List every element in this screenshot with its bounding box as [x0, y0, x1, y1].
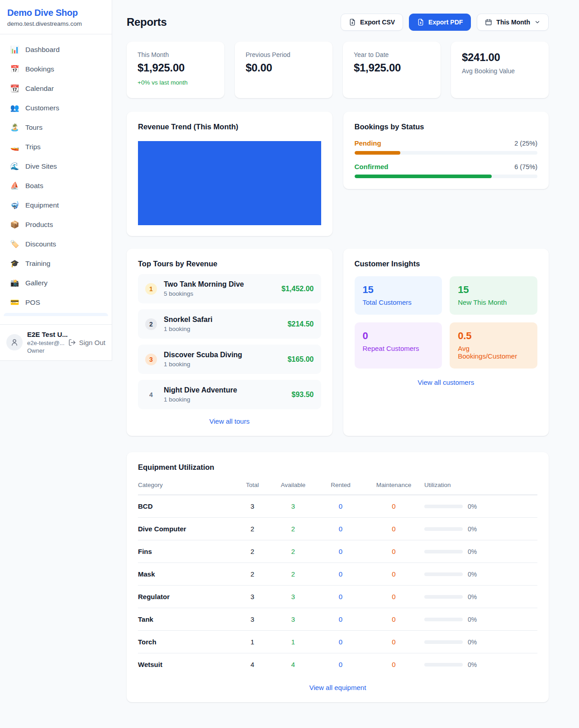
sidebar-header: Demo Dive Shop demo.test.divestreams.com	[0, 0, 112, 34]
stat-value: $0.00	[246, 61, 322, 74]
equipment-table-header: Category Total Available Rented Maintena…	[138, 479, 537, 495]
col-header-available: Available	[268, 482, 318, 488]
cell-rented: 0	[318, 548, 363, 555]
tour-name: Two Tank Morning Dive	[164, 280, 244, 288]
avatar	[6, 334, 23, 350]
view-all-equipment-link[interactable]: View all equipment	[138, 684, 537, 691]
sidebar-item-products[interactable]: 📦Products	[4, 215, 108, 234]
status-count: 2 (25%)	[514, 140, 537, 147]
cell-available: 3	[268, 502, 318, 510]
sidebar-item-boats[interactable]: ⛵Boats	[4, 176, 108, 195]
sidebar-item-label: Equipment	[25, 201, 59, 209]
utilization-track	[424, 618, 463, 621]
cell-category: BCD	[138, 502, 237, 510]
rank-badge: 2	[145, 318, 157, 330]
sidebar-item-dive-sites[interactable]: 🌊Dive Sites	[4, 156, 108, 176]
sign-out-button[interactable]: Sign Out	[68, 339, 105, 346]
status-label-confirmed: Confirmed	[355, 163, 389, 170]
cell-available: 4	[268, 661, 318, 668]
cell-available: 3	[268, 615, 318, 623]
utilization-pct: 0%	[468, 503, 477, 510]
sidebar-item-label: Calendar	[25, 85, 54, 93]
sidebar-item-pos[interactable]: 💳POS	[4, 293, 108, 312]
tile-label: New This Month	[458, 298, 529, 306]
sidebar-item-label: POS	[25, 298, 40, 307]
cell-maintenance: 0	[363, 570, 424, 578]
sidebar-item-trips[interactable]: 🚤Trips	[4, 137, 108, 156]
sailboat-icon: ⛵	[10, 181, 19, 190]
export-csv-button[interactable]: Export CSV	[341, 14, 403, 31]
package-icon: 📦	[10, 220, 19, 229]
table-row: Fins 2 2 0 0 0%	[138, 540, 537, 563]
sidebar-nav: 📊Dashboard 📅Bookings 📆Calendar 👥Customer…	[0, 34, 112, 312]
col-header-total: Total	[237, 482, 268, 488]
sidebar-item-equipment[interactable]: 🤿Equipment	[4, 195, 108, 215]
cell-category: Mask	[138, 570, 237, 578]
cell-utilization: 0%	[424, 616, 537, 623]
sidebar-item-calendar[interactable]: 📆Calendar	[4, 79, 108, 98]
tour-row: 2 Snorkel Safari 1 booking $214.50	[138, 309, 321, 339]
utilization-pct: 0%	[468, 571, 477, 578]
table-row: Mask 2 2 0 0 0%	[138, 563, 537, 586]
status-row: Pending 2 (25%)	[355, 139, 538, 147]
cell-utilization: 0%	[424, 571, 537, 578]
revenue-trend-chart	[138, 141, 321, 225]
cell-total: 4	[237, 661, 268, 668]
stat-label: This Month	[138, 51, 214, 58]
sidebar-item-discounts[interactable]: 🏷️Discounts	[4, 234, 108, 254]
cell-maintenance: 0	[363, 638, 424, 646]
export-pdf-button[interactable]: Export PDF	[409, 14, 471, 31]
tag-icon: 🏷️	[10, 240, 19, 248]
stat-card-year-to-date: Year to Date $1,925.00	[343, 42, 441, 98]
tour-revenue: $93.50	[292, 391, 314, 399]
period-label: This Month	[496, 19, 530, 26]
export-csv-label: Export CSV	[360, 19, 395, 26]
rank-badge: 3	[145, 354, 157, 365]
log-out-icon	[68, 339, 76, 346]
utilization-track	[424, 527, 463, 531]
top-tours-card: Top Tours by Revenue 1 Two Tank Morning …	[127, 249, 332, 436]
cell-total: 3	[237, 593, 268, 600]
sidebar-item-label: Boats	[25, 182, 43, 190]
period-dropdown[interactable]: This Month	[477, 14, 549, 31]
sidebar: Demo Dive Shop demo.test.divestreams.com…	[0, 0, 112, 361]
cell-available: 1	[268, 638, 318, 646]
cell-total: 3	[237, 615, 268, 623]
cell-total: 1	[237, 638, 268, 646]
equipment-utilization-card: Equipment Utilization Category Total Ava…	[127, 452, 549, 702]
cell-maintenance: 0	[363, 615, 424, 623]
sidebar-item-dashboard[interactable]: 📊Dashboard	[4, 40, 108, 59]
cell-rented: 0	[318, 638, 363, 646]
view-all-customers-link[interactable]: View all customers	[355, 378, 538, 386]
utilization-track	[424, 640, 463, 644]
cell-maintenance: 0	[363, 502, 424, 510]
cell-total: 2	[237, 570, 268, 578]
user-name: E2E Test U...	[27, 330, 64, 339]
rank-badge: 1	[145, 283, 157, 295]
sidebar-item-customers[interactable]: 👥Customers	[4, 98, 108, 118]
cell-category: Torch	[138, 638, 237, 646]
table-row: Regulator 3 3 0 0 0%	[138, 586, 537, 608]
stat-delta: +0% vs last month	[138, 79, 214, 86]
customer-insights-title: Customer Insights	[355, 260, 538, 268]
cell-category: Dive Computer	[138, 525, 237, 533]
sidebar-item-tours[interactable]: 🏝️Tours	[4, 118, 108, 137]
cell-category: Regulator	[138, 593, 237, 600]
tour-row: 4 Night Dive Adventure 1 booking $93.50	[138, 380, 321, 409]
utilization-track	[424, 595, 463, 599]
file-download-icon	[349, 19, 356, 26]
view-all-tours-link[interactable]: View all tours	[138, 417, 321, 425]
cell-rented: 0	[318, 525, 363, 533]
stats-row: This Month $1,925.00 +0% vs last month P…	[127, 42, 549, 98]
tile-avg-bookings-customer: 0.5 Avg Bookings/Customer	[450, 322, 537, 369]
cell-maintenance: 0	[363, 548, 424, 555]
status-count: 6 (75%)	[514, 163, 537, 170]
stat-value: $1,925.00	[354, 61, 430, 74]
sidebar-item-gallery[interactable]: 📸Gallery	[4, 273, 108, 293]
equipment-table: Category Total Available Rented Maintena…	[138, 479, 537, 676]
sidebar-item-training[interactable]: 🎓Training	[4, 254, 108, 273]
sidebar-item-reports-partial[interactable]	[4, 313, 108, 316]
tour-revenue: $1,452.00	[281, 285, 313, 293]
sidebar-item-label: Products	[25, 221, 53, 229]
sidebar-item-bookings[interactable]: 📅Bookings	[4, 59, 108, 79]
